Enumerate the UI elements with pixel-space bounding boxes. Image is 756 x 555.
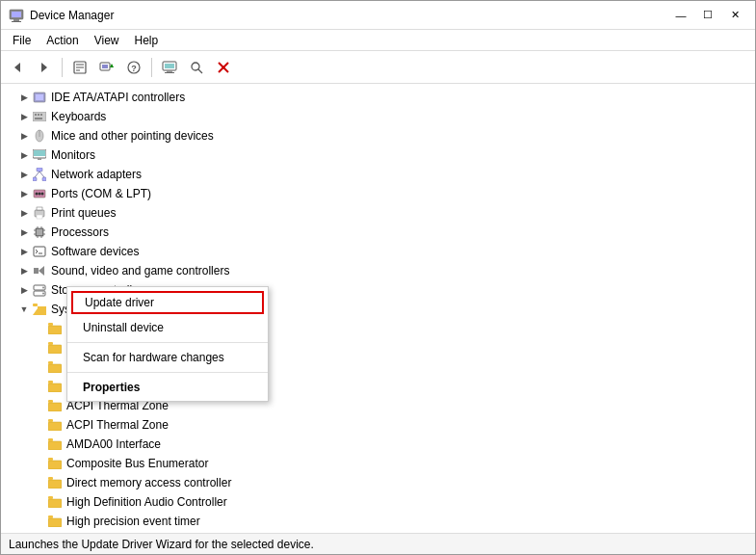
tree-item-high-precision[interactable]: High precision event timer [1,512,755,531]
expander-keyboards[interactable]: ▶ [16,109,32,124]
device-manager-window: Device Manager — ☐ ✕ File Action View He… [0,0,756,555]
tree-item-print[interactable]: ▶ Print queues [1,203,755,223]
tree-item-processors[interactable]: ▶ Processors [1,223,755,242]
expander-sys-child-3 [32,359,47,375]
tree-item-direct-memory[interactable]: Direct memory access controller [1,473,755,492]
svg-rect-80 [48,441,62,450]
svg-rect-45 [37,207,42,210]
tree-item-monitors[interactable]: ▶ Monitors [1,145,755,165]
svg-rect-76 [48,403,62,411]
status-text: Launches the Update Driver Wizard for th… [9,538,314,551]
svg-point-42 [39,193,41,196]
menu-view[interactable]: View [87,32,127,49]
svg-rect-88 [48,518,62,527]
icon-keyboards [32,109,47,124]
icon-ide-ata [32,90,47,105]
expander-system[interactable]: ▼ [16,302,32,317]
expander-sound[interactable]: ▶ [16,263,32,278]
label-mice: Mice and other pointing devices [51,129,214,143]
tree-item-mice[interactable]: ▶ Mice and other pointing devices [1,126,755,145]
tree-item-acpi-2[interactable]: ACPI Thermal Zone [1,415,755,435]
tree-item-keyboards[interactable]: ▶ Keyboards [1,107,755,126]
svg-rect-70 [48,345,62,354]
tree-item-ports[interactable]: ▶ Ports (COM & LPT) [1,184,755,203]
icon-network [32,167,47,182]
label-processors: Processors [51,225,109,239]
tree-item-software[interactable]: ▶ Software devices [1,242,755,261]
icon-software [32,244,47,259]
expander-print[interactable]: ▶ [16,205,32,221]
svg-rect-75 [48,381,53,383]
computer-view-button[interactable] [157,55,182,80]
expander-monitors[interactable]: ▶ [16,147,32,163]
expander-sys-child-2 [32,340,47,356]
tree-item-ide-ata[interactable]: ▶ IDE ATA/ATAPI controllers [1,88,755,107]
menu-help[interactable]: Help [127,32,167,49]
icon-amda00 [47,436,63,452]
icon-sys-child-4 [47,379,63,394]
label-keyboards: Keyboards [51,110,106,123]
update-driver-toolbar-button[interactable] [94,55,119,80]
expander-network[interactable]: ▶ [16,167,32,182]
svg-rect-82 [48,461,62,469]
toolbar: ? [1,51,755,84]
svg-point-63 [42,287,44,289]
expander-mice[interactable]: ▶ [16,128,32,144]
tree-item-network[interactable]: ▶ Network adapters [1,165,755,184]
svg-rect-85 [48,477,53,480]
expander-software[interactable]: ▶ [16,244,32,259]
svg-marker-60 [39,266,44,276]
icon-acpi-1 [47,398,63,413]
icon-sys-child-1 [47,321,63,336]
icon-storage [32,282,47,298]
svg-text:?: ? [131,64,137,73]
svg-rect-83 [48,458,53,461]
label-network: Network adapters [51,168,142,181]
minimize-button[interactable]: — [668,6,693,25]
expander-ports[interactable]: ▶ [16,186,32,201]
tree-item-high-def-audio[interactable]: High Definition Audio Controller [1,492,755,512]
svg-point-64 [42,293,44,295]
tree-item-sound[interactable]: ▶ Sound, video and game controllers [1,261,755,280]
expander-storage[interactable]: ▶ [16,282,32,298]
remove-device-button[interactable] [211,55,236,80]
menu-action[interactable]: Action [39,32,86,49]
tree-item-intel-pci[interactable]: Intel(R) 8 Series/C220 Series PCI Expres… [1,531,755,533]
svg-rect-57 [34,247,45,256]
context-menu-properties[interactable]: Properties [67,376,268,399]
scan-hardware-button[interactable] [184,55,209,80]
svg-rect-69 [48,323,53,326]
expander-processors[interactable]: ▶ [16,225,32,240]
context-menu-update-driver[interactable]: Update driver [71,291,264,314]
context-menu-uninstall[interactable]: Uninstall device [67,316,268,339]
svg-rect-26 [35,114,37,116]
svg-rect-17 [167,70,172,72]
svg-rect-33 [34,150,45,156]
svg-rect-11 [102,65,108,68]
expander-high-precision [32,514,47,529]
icon-sys-child-3 [47,359,63,375]
svg-point-19 [192,63,199,70]
svg-point-41 [36,193,39,196]
maximize-button[interactable]: ☐ [695,6,720,25]
tree-item-amda00[interactable]: AMDA00 Interface [1,435,755,454]
icon-composite-bus [47,456,63,471]
tree-item-composite-bus[interactable]: Composite Bus Enumerator [1,454,755,473]
svg-rect-27 [38,114,39,116]
main-content: ▶ IDE ATA/ATAPI controllers ▶ Keyboards … [1,84,755,533]
svg-marker-4 [14,63,20,72]
context-menu-separator [67,342,268,343]
menu-file[interactable]: File [5,32,39,49]
properties-button[interactable] [67,55,92,80]
forward-button[interactable] [32,55,57,80]
context-menu-scan[interactable]: Scan for hardware changes [67,346,268,369]
close-button[interactable]: ✕ [722,6,747,25]
back-button[interactable] [5,55,30,80]
device-tree[interactable]: ▶ IDE ATA/ATAPI controllers ▶ Keyboards … [1,84,755,533]
expander-ide-ata[interactable]: ▶ [16,90,32,105]
svg-rect-87 [48,496,53,499]
help-button[interactable]: ? [121,55,146,80]
menu-bar: File Action View Help [1,30,755,51]
svg-rect-35 [37,168,42,172]
svg-rect-2 [13,19,19,21]
